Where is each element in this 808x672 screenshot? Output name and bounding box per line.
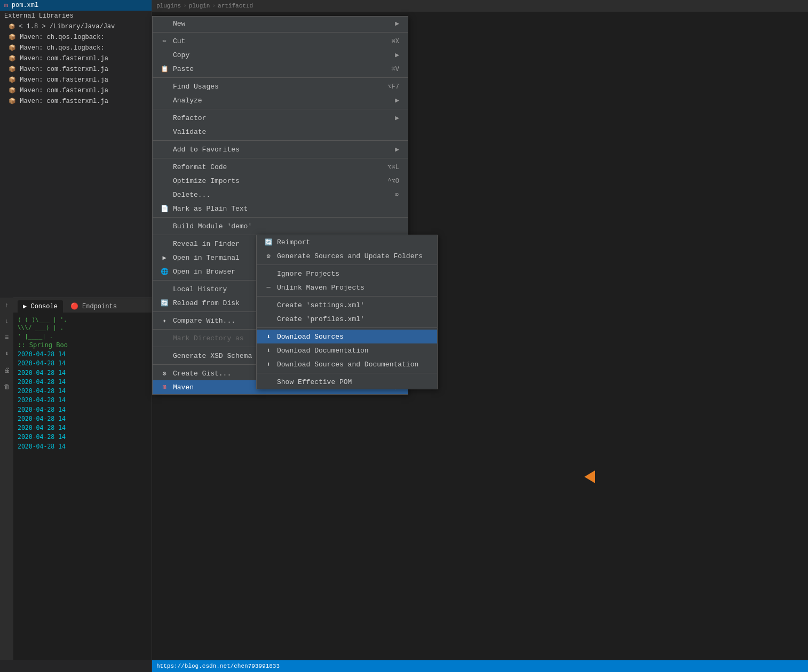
sidebar-item-jdk[interactable]: 📦 < 1.8 > /Library/Java/Jav xyxy=(0,21,152,32)
submenu-reimport[interactable]: 🔄 Reimport xyxy=(257,235,437,249)
menu-item-analyze[interactable]: Analyze ▶ xyxy=(153,93,408,107)
delete-icon xyxy=(159,190,170,199)
menu-mark-plain-label: Mark as Plain Text xyxy=(173,205,399,213)
create-settings-icon xyxy=(263,301,274,309)
breadcrumb-artifactid: artifactId xyxy=(218,3,253,9)
submenu-create-settings[interactable]: Create 'settings.xml' xyxy=(257,298,437,312)
tab-console[interactable]: ▶ Console xyxy=(18,300,63,313)
submenu-ignore[interactable]: Ignore Projects xyxy=(257,267,437,281)
menu-item-build[interactable]: Build Module 'demo' xyxy=(153,219,408,233)
log-line-2: 2020-04-28 14 xyxy=(18,359,147,368)
submenu-maven: 🔄 Reimport ⚙ Generate Sources and Update… xyxy=(256,235,438,389)
action-download-icon[interactable]: ⬇ xyxy=(5,350,9,358)
log-line-11: 2020-04-28 14 xyxy=(18,442,147,451)
submenu-download-sources-label: Download Sources xyxy=(277,333,344,341)
sidebar-item-external-libraries[interactable]: External Libraries xyxy=(0,11,152,21)
separator-3 xyxy=(153,109,408,109)
separator-6 xyxy=(153,217,408,218)
gist-icon: ⚙ xyxy=(159,369,170,378)
action-up-icon[interactable]: ↑ xyxy=(5,302,9,309)
cut-icon: ✂ xyxy=(159,37,170,45)
sidebar-maven4-label: Maven: com.fasterxml.ja xyxy=(20,66,108,73)
menu-item-copy[interactable]: Copy ▶ xyxy=(153,48,408,62)
sidebar-item-maven6[interactable]: 📦 Maven: com.fasterxml.ja xyxy=(0,85,152,96)
sidebar-item-maven5[interactable]: 📦 Maven: com.fasterxml.ja xyxy=(0,75,152,85)
maven-icon-2: 📦 xyxy=(9,45,16,51)
maven-icon-3: 📦 xyxy=(9,55,16,62)
log-line-10: 2020-04-28 14 xyxy=(18,433,147,442)
browser-icon: 🌐 xyxy=(159,267,170,276)
sidebar-item-maven4[interactable]: 📦 Maven: com.fasterxml.ja xyxy=(0,64,152,75)
log-line-3: 2020-04-28 14 xyxy=(18,369,147,378)
sidebar-maven1-label: Maven: ch.qos.logback: xyxy=(20,34,104,41)
menu-optimize-label: Optimize Imports xyxy=(173,177,377,185)
submenu-create-profiles[interactable]: Create 'profiles.xml' xyxy=(257,312,437,326)
console-icon: ▶ xyxy=(23,303,27,310)
action-down-icon[interactable]: ↓ xyxy=(5,318,9,325)
menu-validate-label: Validate xyxy=(173,128,399,136)
sidebar-item-maven7[interactable]: 📦 Maven: com.fasterxml.ja xyxy=(0,96,152,107)
maven-menu-icon: m xyxy=(159,383,170,391)
menu-item-favorites[interactable]: Add to Favorites ▶ xyxy=(153,142,408,156)
log-line-4: 2020-04-28 14 xyxy=(18,378,147,387)
submenu-download-both-label: Download Sources and Documentation xyxy=(277,361,418,369)
menu-find-label: Find Usages xyxy=(173,83,377,91)
reformat-icon xyxy=(159,163,170,171)
show-pom-icon xyxy=(263,378,274,386)
maven-icon-4: 📦 xyxy=(9,66,16,73)
menu-item-reformat[interactable]: Reformat Code ⌥⌘L xyxy=(153,160,408,174)
breadcrumb-sep-2: › xyxy=(212,3,216,9)
action-trash-icon[interactable]: 🗑 xyxy=(4,383,10,391)
find-shortcut: ⌥F7 xyxy=(387,83,399,91)
action-print-icon[interactable]: 🖨 xyxy=(4,366,10,374)
menu-item-paste[interactable]: 📋 Paste ⌘V xyxy=(153,62,408,76)
pom-icon: m xyxy=(4,2,8,9)
action-list-icon[interactable]: ≡ xyxy=(5,334,9,341)
sidebar-item-maven2[interactable]: 📦 Maven: ch.qos.logback: xyxy=(0,43,152,53)
refactor-arrow-icon: ▶ xyxy=(395,114,399,122)
endpoints-icon: 🔴 xyxy=(70,303,78,310)
optimize-icon xyxy=(159,177,170,185)
submenu-generate-sources[interactable]: ⚙ Generate Sources and Update Folders xyxy=(257,249,437,263)
xsd-icon xyxy=(159,351,170,360)
submenu-show-pom[interactable]: Show Effective POM xyxy=(257,375,437,389)
separator-1 xyxy=(153,32,408,33)
log-line-1: 2020-04-28 14 xyxy=(18,350,147,359)
menu-paste-label: Paste xyxy=(173,65,381,73)
copy-arrow-icon: ▶ xyxy=(395,51,399,59)
menu-item-optimize[interactable]: Optimize Imports ^⌥O xyxy=(153,174,408,188)
sidebar-item-maven3[interactable]: 📦 Maven: com.fasterxml.ja xyxy=(0,53,152,64)
menu-item-mark-plain[interactable]: 📄 Mark as Plain Text xyxy=(153,202,408,215)
breadcrumb-sep-1: › xyxy=(183,3,187,9)
reveal-finder-icon xyxy=(159,239,170,248)
tab-endpoints[interactable]: 🔴 Endpoints xyxy=(65,300,122,313)
validate-icon xyxy=(159,127,170,136)
submenu-unlink[interactable]: — Unlink Maven Projects xyxy=(257,281,437,294)
menu-item-find-usages[interactable]: Find Usages ⌥F7 xyxy=(153,79,408,93)
new-arrow-icon: ▶ xyxy=(395,19,399,28)
submenu-download-docs[interactable]: ⬇ Download Documentation xyxy=(257,343,437,357)
menu-item-validate[interactable]: Validate xyxy=(153,125,408,139)
ascii-art-1: ( ( )\___ | '. xyxy=(18,316,147,324)
menu-item-new[interactable]: New ▶ xyxy=(153,17,408,30)
breadcrumb-bar: plugins › plugin › artifactId xyxy=(152,0,808,12)
submenu-download-both[interactable]: ⬇ Download Sources and Documentation xyxy=(257,357,437,371)
submenu-sep-1 xyxy=(257,265,437,265)
maven-icon-5: 📦 xyxy=(9,77,16,83)
log-line-6: 2020-04-28 14 xyxy=(18,396,147,405)
build-icon xyxy=(159,222,170,230)
menu-item-refactor[interactable]: Refactor ▶ xyxy=(153,111,408,125)
sidebar-maven5-label: Maven: com.fasterxml.ja xyxy=(20,76,108,84)
submenu-download-sources[interactable]: ⬇ Download Sources xyxy=(257,330,437,343)
sidebar-item-maven1[interactable]: 📦 Maven: ch.qos.logback: xyxy=(0,32,152,43)
separator-2 xyxy=(153,77,408,78)
ignore-icon xyxy=(263,269,274,278)
favorites-icon xyxy=(159,145,170,154)
download-sources-icon: ⬇ xyxy=(263,332,274,341)
download-docs-icon: ⬇ xyxy=(263,346,274,355)
orange-arrow xyxy=(584,470,595,483)
menu-item-delete[interactable]: Delete... ⌦ xyxy=(153,188,408,202)
menu-item-cut[interactable]: ✂ Cut ⌘X xyxy=(153,34,408,48)
sidebar-item-pomxml[interactable]: m pom.xml xyxy=(0,0,152,11)
sidebar-jdk-label: < 1.8 > /Library/Java/Jav xyxy=(19,23,115,30)
